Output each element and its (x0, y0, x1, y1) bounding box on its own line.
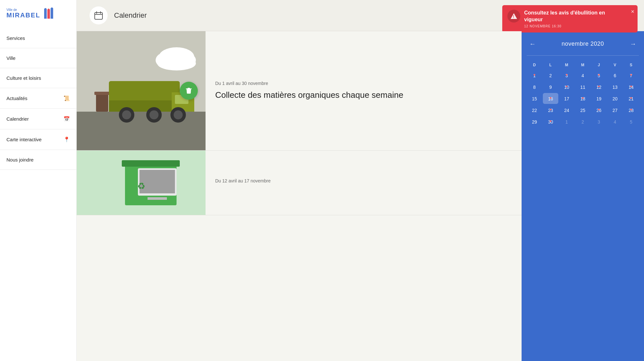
cal-day-27[interactable]: 27 (607, 105, 623, 116)
cal-header-v: V (607, 61, 623, 69)
content-area: Du 1 avril au 30 novembre Collecte des m… (77, 31, 644, 361)
cal-dot-1 (534, 74, 535, 76)
cal-dot-21 (630, 97, 632, 99)
cal-day-17[interactable]: 17 (559, 93, 574, 104)
nav-item-services-content: Services (6, 35, 25, 41)
event-action-button[interactable] (180, 82, 198, 100)
cal-day-21[interactable]: 21 (623, 93, 639, 104)
cal-dot-3 (566, 74, 568, 76)
cal-day-14[interactable]: 14 (623, 81, 639, 92)
cal-dot-12 (598, 86, 600, 87)
calendar-next-button[interactable]: → (627, 39, 639, 49)
calendar-header: ← novembre 2020 → (527, 39, 639, 49)
cal-dot-23 (550, 109, 552, 110)
cal-header-s: S (623, 61, 639, 69)
cal-header-j: J (591, 61, 607, 69)
event-2-info: Du 12 avril au 17 novembre (206, 151, 522, 215)
carte-icon: 📍 (63, 136, 70, 143)
cal-day-29[interactable]: 29 (527, 116, 542, 127)
cal-day-12[interactable]: 12 (591, 81, 607, 92)
header-left: Calendrier (90, 6, 147, 24)
calendar-separator (527, 55, 639, 56)
cal-day-dec1[interactable]: 1 (559, 116, 574, 127)
cal-day-18[interactable]: 18 (575, 93, 591, 104)
event-1-date: Du 1 avril au 30 novembre (215, 81, 512, 86)
cal-day-24[interactable]: 24 (559, 105, 574, 116)
cal-day-3[interactable]: 3 (559, 70, 574, 81)
cal-dot-5 (598, 74, 600, 76)
event-2-date: Du 12 avril au 17 novembre (215, 178, 512, 183)
page-title: Calendrier (114, 11, 147, 20)
nav-item-nous-content: Nous joindre (6, 157, 34, 162)
cal-day-16[interactable]: 16 (543, 93, 558, 104)
nav-item-culture-content: Culture et loisirs (6, 75, 41, 81)
alert-warning-icon: ! (507, 10, 520, 23)
cal-day-22[interactable]: 22 (527, 105, 542, 116)
sidebar-item-carte-label: Carte interactive (6, 137, 42, 142)
sidebar-nav: Services Ville Culture et loisirs Actual… (0, 28, 76, 361)
svg-point-10 (157, 56, 196, 70)
nav-item-ville-content: Ville (6, 55, 15, 61)
sidebar-item-services-label: Services (6, 35, 25, 41)
svg-point-18 (122, 110, 131, 119)
actualites-icon: 📜 (63, 95, 70, 101)
nav-item-actualites-content: Actualités (6, 96, 27, 101)
sidebar-item-carte[interactable]: Carte interactive 📍 (0, 129, 76, 150)
cal-day-2[interactable]: 2 (543, 70, 558, 81)
calendar-panel: ← novembre 2020 → D L M M J V S 1 2 3 4 … (522, 31, 644, 361)
cal-day-6[interactable]: 6 (607, 70, 623, 81)
svg-point-22 (174, 110, 183, 119)
cal-day-10[interactable]: 10 (559, 81, 574, 92)
logo-ville-de: Ville de (6, 8, 17, 12)
cal-day-dec3[interactable]: 3 (591, 116, 607, 127)
cal-day-9[interactable]: 9 (543, 81, 558, 92)
event-1-title: Collecte des matières organiques chaque … (215, 90, 512, 101)
cal-day-5[interactable]: 5 (591, 70, 607, 81)
nav-item-calendrier-content: Calendrier (6, 116, 29, 122)
sidebar-item-actualites[interactable]: Actualités 📜 (0, 88, 76, 109)
svg-rect-6 (77, 112, 206, 150)
sidebar-item-services[interactable]: Services (0, 28, 76, 48)
cal-header-m1: M (559, 61, 574, 69)
cal-day-1[interactable]: 1 (527, 70, 542, 81)
svg-rect-0 (95, 13, 102, 19)
event-2-image: ♻ (77, 151, 206, 215)
cal-day-30[interactable]: 30 (543, 116, 558, 127)
sidebar-item-culture[interactable]: Culture et loisirs (0, 68, 76, 88)
cal-dot-26 (598, 109, 600, 110)
cal-day-4[interactable]: 4 (575, 70, 591, 81)
calendar-svg-icon (94, 11, 103, 20)
sidebar-item-nous[interactable]: Nous joindre (0, 150, 76, 170)
event-1-info: Du 1 avril au 30 novembre Collecte des m… (206, 31, 522, 150)
svg-text:!: ! (513, 14, 514, 19)
calendar-month-title: novembre 2020 (562, 41, 604, 47)
alert-title: Consultez les avis d'ébullition en vigue… (524, 10, 625, 23)
cal-day-15[interactable]: 15 (527, 93, 542, 104)
cal-day-26[interactable]: 26 (591, 105, 607, 116)
cal-day-7[interactable]: 7 (623, 70, 639, 81)
sidebar-item-ville[interactable]: Ville (0, 48, 76, 68)
cal-dot-7 (630, 74, 632, 76)
cal-day-dec4[interactable]: 4 (607, 116, 623, 127)
logo-text-area: Ville de MIRABEL (6, 8, 40, 19)
cal-day-23[interactable]: 23 (543, 105, 558, 116)
sidebar-item-calendrier-label: Calendrier (6, 116, 29, 122)
alert-close-button[interactable]: × (631, 8, 634, 15)
sidebar-item-calendrier[interactable]: Calendrier 📅 (0, 109, 76, 129)
cal-day-20[interactable]: 20 (607, 93, 623, 104)
cal-day-dec5[interactable]: 5 (623, 116, 639, 127)
cal-header-l: L (543, 61, 558, 69)
cal-header-m2: M (575, 61, 591, 69)
cal-day-11[interactable]: 11 (575, 81, 591, 92)
recycling-illustration: ♻ (77, 151, 206, 215)
cal-day-13[interactable]: 13 (607, 81, 623, 92)
svg-rect-32 (148, 197, 167, 200)
calendar-prev-button[interactable]: ← (527, 39, 538, 49)
cal-day-19[interactable]: 19 (591, 93, 607, 104)
recycling-scene: ♻ (77, 151, 206, 215)
cal-dot-14 (630, 86, 632, 87)
cal-day-28[interactable]: 28 (623, 105, 639, 116)
cal-day-dec2[interactable]: 2 (575, 116, 591, 127)
cal-day-8[interactable]: 8 (527, 81, 542, 92)
cal-day-25[interactable]: 25 (575, 105, 591, 116)
